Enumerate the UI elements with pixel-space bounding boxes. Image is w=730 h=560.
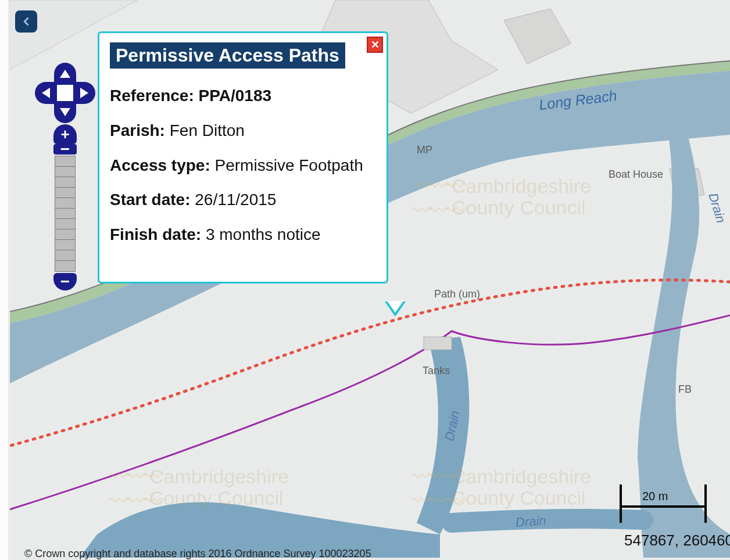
arrow-up-icon bbox=[60, 70, 70, 78]
map-label-fb: FB bbox=[678, 383, 692, 396]
scale-bar: 20 m bbox=[620, 484, 707, 525]
label: Start date: bbox=[110, 191, 190, 209]
zoom-step[interactable] bbox=[55, 229, 75, 240]
label: Finish date: bbox=[110, 225, 201, 243]
zoom-out-button[interactable]: − bbox=[53, 273, 77, 290]
map-nav-cluster: + − − bbox=[30, 65, 100, 290]
feature-info-popup: ✕ Permissive Access Paths Reference: PPA… bbox=[98, 31, 388, 283]
pan-right-button[interactable] bbox=[73, 82, 95, 104]
zoom-slider-track[interactable] bbox=[55, 156, 76, 272]
watermark-line1: Cambridgeshire bbox=[452, 175, 591, 197]
zoom-step[interactable] bbox=[55, 188, 75, 198]
zoom-step[interactable] bbox=[55, 240, 75, 250]
close-button[interactable]: ✕ bbox=[367, 37, 383, 53]
label: Access type: bbox=[110, 156, 210, 174]
pan-dial bbox=[37, 65, 93, 121]
pan-up-button[interactable] bbox=[54, 63, 76, 85]
scale-bar-label: 20 m bbox=[642, 490, 668, 503]
chevron-left-icon bbox=[22, 17, 30, 26]
arrow-left-icon bbox=[42, 88, 50, 98]
zoom-step[interactable] bbox=[55, 219, 75, 229]
map-label-mp: MP bbox=[417, 144, 432, 156]
zoom-step[interactable] bbox=[55, 177, 75, 188]
popup-row-finish-date: Finish date: 3 months notice bbox=[110, 224, 376, 246]
cursor-coordinates: 547867, 260460 bbox=[624, 532, 730, 550]
pan-left-button[interactable] bbox=[35, 82, 57, 104]
watermark-line2: County Council bbox=[149, 487, 284, 509]
watermark-line1: Cambridgeshire bbox=[149, 465, 289, 487]
copyright-text: © Crown copyright and database rights 20… bbox=[24, 548, 371, 560]
watermark-line1: Cambridgeshire bbox=[452, 465, 591, 487]
value: Permissive Footpath bbox=[215, 156, 363, 174]
zoom-step[interactable] bbox=[55, 250, 75, 261]
popup-row-reference: Reference: PPA/0183 bbox=[110, 85, 376, 107]
label: Parish: bbox=[110, 121, 165, 139]
watermark-line2: County Council bbox=[452, 487, 586, 509]
popup-row-access-type: Access type: Permissive Footpath bbox=[110, 155, 376, 177]
zoom-step[interactable] bbox=[55, 209, 75, 219]
arrow-down-icon bbox=[60, 108, 70, 116]
watermark-text: Cambridgeshire County Council bbox=[452, 175, 591, 219]
scale-bar-top: 20 m bbox=[620, 484, 707, 508]
value: 26/11/2015 bbox=[195, 191, 276, 209]
zoom-step[interactable] bbox=[55, 167, 75, 177]
back-button[interactable] bbox=[15, 10, 37, 33]
scale-bar-bottom bbox=[620, 508, 707, 523]
watermark-text: Cambridgeshire County Council bbox=[452, 466, 591, 509]
map-label-tanks: Tanks bbox=[423, 365, 450, 377]
zoom-step[interactable] bbox=[55, 261, 75, 271]
value: Fen Ditton bbox=[170, 121, 245, 139]
map-label-drain: Drain bbox=[515, 513, 546, 530]
popup-row-parish: Parish: Fen Ditton bbox=[110, 120, 376, 142]
close-icon: ✕ bbox=[371, 38, 380, 51]
value: PPA/0183 bbox=[199, 87, 272, 105]
value: 3 months notice bbox=[206, 225, 321, 243]
zoom-step-out-button[interactable]: − bbox=[53, 144, 77, 155]
popup-title: Permissive Access Paths bbox=[110, 42, 345, 69]
popup-row-start-date: Start date: 26/11/2015 bbox=[110, 189, 376, 211]
label: Reference: bbox=[110, 87, 194, 105]
zoom-step[interactable] bbox=[55, 198, 75, 209]
zoom-column: + − − bbox=[53, 124, 77, 290]
left-gutter bbox=[0, 0, 9, 560]
gis-map-viewer: 〰〰〰〰〰〰 Cambridgeshire County Council 〰〰〰… bbox=[0, 0, 730, 560]
arrow-right-icon bbox=[80, 88, 88, 98]
svg-rect-5 bbox=[424, 337, 452, 350]
map-label-path-um: Path (um) bbox=[434, 288, 480, 300]
pan-down-button[interactable] bbox=[54, 101, 76, 123]
map-label-boat-house: Boat House bbox=[609, 168, 663, 181]
watermark-text: Cambridgeshire County Council bbox=[149, 466, 289, 509]
watermark-line2: County Council bbox=[452, 196, 586, 218]
